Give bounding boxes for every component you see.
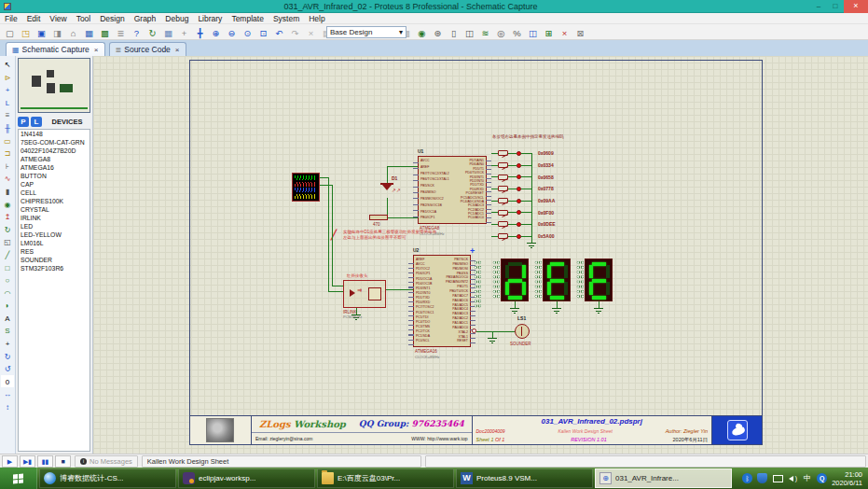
push-button[interactable] [498, 210, 508, 216]
device-list-item[interactable]: IRLINK [19, 214, 90, 222]
pan-icon[interactable]: ╋ [193, 25, 207, 39]
pcb-layout-icon[interactable]: ▩ [98, 25, 112, 39]
import-icon[interactable]: ◨ [50, 25, 64, 39]
push-button[interactable] [498, 175, 508, 180]
rotate-anticlockwise-icon[interactable]: ↺ [1, 362, 14, 375]
search-tag-icon[interactable]: ◎ [494, 25, 508, 39]
2d-path-mode-icon[interactable]: ◗ [1, 299, 14, 312]
zoom-in-icon[interactable]: ⊕ [209, 25, 223, 39]
network-icon[interactable] [772, 473, 782, 483]
2d-line-mode-icon[interactable]: ╱ [1, 248, 14, 261]
message-panel[interactable]: i No Messages [75, 455, 138, 468]
x-mirror-icon[interactable]: ↔ [1, 387, 14, 400]
taskbar-app-proteus[interactable]: 031_AVR_Infrare... [595, 468, 732, 488]
stop-button[interactable]: ■ [55, 455, 71, 468]
push-button[interactable] [498, 221, 508, 227]
design-explorer-icon[interactable]: ◫ [526, 25, 540, 39]
zoom-all-icon[interactable]: ⊙ [241, 25, 255, 39]
pause-button[interactable]: ▮▮ [37, 455, 53, 468]
waveform-graph[interactable] [292, 173, 320, 202]
push-button[interactable] [498, 186, 508, 191]
selection-mode-icon[interactable]: ↖ [1, 58, 14, 71]
seven-segment-display-3[interactable] [585, 258, 613, 301]
menu-item[interactable]: Template [227, 13, 269, 24]
qq-tray-icon[interactable]: Q [817, 473, 827, 483]
help-icon[interactable]: ? [130, 25, 144, 39]
push-button[interactable] [498, 150, 508, 156]
current-probe-mode-icon[interactable]: ↻ [1, 223, 14, 236]
tape-recorder-mode-icon[interactable]: ▮ [1, 185, 14, 198]
seven-segment-display-1[interactable] [501, 258, 529, 301]
menu-item[interactable]: Tool [72, 13, 96, 24]
voltage-probe-mode-icon[interactable]: ↥ [1, 210, 14, 223]
new-sheet-icon[interactable]: ⊞ [542, 25, 556, 39]
ir-button-row[interactable]: 0x0334 [491, 160, 556, 172]
buses-mode-icon[interactable]: ╫ [1, 121, 14, 134]
device-pins-mode-icon[interactable]: ⊦ [1, 160, 14, 173]
save-icon[interactable]: ▣ [34, 25, 48, 39]
taskbar-clock[interactable]: 21:00 2020/6/11 [832, 470, 862, 487]
ir-button-row[interactable]: 0x5A00 [491, 231, 556, 243]
zoom-out-icon[interactable]: ⊖ [225, 25, 239, 39]
text-script-mode-icon[interactable]: ≡ [1, 108, 14, 121]
device-list-item[interactable]: LED-YELLOW [19, 231, 90, 239]
tab-schematic-capture[interactable]: ▦ Schematic Capture × [6, 42, 105, 56]
junction-dot-mode-icon[interactable]: + [1, 83, 14, 96]
ir-button-row[interactable]: 0x0609 [491, 147, 556, 160]
remove-sheet-icon[interactable]: × [558, 25, 572, 39]
tab-source-code[interactable]: ≣ Source Code × [109, 42, 186, 56]
goto-sheet-icon[interactable]: ⊠ [573, 25, 587, 39]
ir-button-row[interactable]: 0x0F00 [491, 206, 556, 218]
push-button[interactable] [498, 162, 508, 168]
device-list-item[interactable]: LED [19, 222, 90, 231]
2d-arc-mode-icon[interactable]: ◠ [1, 286, 14, 300]
menu-item[interactable]: Edit [22, 13, 46, 24]
menu-item[interactable]: Debug [160, 13, 193, 24]
ir-button-row[interactable]: 0x09AA [491, 195, 556, 207]
redo-icon[interactable]: ↷ [288, 25, 302, 39]
virtual-instruments-mode-icon[interactable]: ◱ [1, 235, 14, 248]
design-selector[interactable]: Base Design▾ [326, 26, 406, 38]
cut-icon[interactable]: × [304, 25, 318, 39]
device-list-item[interactable]: ATMEGA16 [19, 163, 90, 172]
decompose-icon[interactable]: ◫ [462, 25, 476, 39]
property-assignment-icon[interactable]: % [510, 25, 524, 39]
pick-devices-button[interactable]: P [18, 117, 29, 127]
rotation-angle[interactable]: 0 [1, 375, 14, 388]
device-list-item[interactable]: 7SEG-COM-CAT-GRN [19, 138, 90, 147]
taskbar-app-browser[interactable]: 博睿数据统计-CS... [39, 468, 176, 488]
home-icon[interactable]: ⌂ [66, 25, 80, 39]
pick-parts-icon[interactable]: ◉ [415, 25, 429, 39]
device-list-item[interactable]: CHIPRES100K [19, 197, 90, 205]
wire-autorouter-icon[interactable]: ≋ [478, 25, 492, 39]
y-mirror-icon[interactable]: ↕ [1, 400, 14, 413]
schematic-canvas[interactable]: 各按钮右边是本例中指定要发送的编码 ╱ 实物电路中D1应换用三极管驱动红外发射管… [93, 56, 868, 454]
close-button[interactable]: × [844, 0, 868, 13]
2d-box-mode-icon[interactable]: □ [1, 261, 14, 274]
grid-icon[interactable]: ▦ [161, 25, 175, 39]
mcu-u2-atmega16[interactable]: AREFAVCCPD7/OC2PD6/ICP1PD5/OC1APD4/OC1BP… [413, 255, 471, 347]
2d-circle-mode-icon[interactable]: ○ [1, 273, 14, 286]
volume-icon[interactable] [787, 473, 797, 483]
schematic-capture-icon[interactable]: ▦ [82, 25, 96, 39]
ir-led-d1[interactable] [382, 185, 392, 190]
menu-item[interactable]: Design [95, 13, 129, 24]
component-mode-icon[interactable]: ⊳ [1, 71, 14, 84]
device-list-item[interactable]: SOUNDER [19, 256, 90, 264]
terminals-mode-icon[interactable]: ⊐ [1, 147, 14, 160]
security-shield-icon[interactable] [757, 473, 767, 483]
maximize-button[interactable]: □ [827, 1, 844, 12]
new-file-icon[interactable]: ▢ [3, 25, 17, 39]
2d-symbol-mode-icon[interactable]: S [1, 324, 14, 337]
zoom-area-icon[interactable]: ⊡ [256, 25, 270, 39]
taskbar-app-explorer[interactable]: E:\百度云盘03\Pr... [317, 468, 454, 488]
2d-text-mode-icon[interactable]: A [1, 312, 14, 325]
taskbar-app-word[interactable]: Proteus8.9 VSM... [456, 468, 593, 488]
sounder-ls1[interactable] [515, 324, 530, 339]
device-list-item[interactable]: BUTTON [19, 172, 90, 180]
graph-mode-icon[interactable]: ∿ [1, 172, 14, 185]
step-button[interactable]: ▶▮ [20, 455, 35, 468]
start-button[interactable] [0, 468, 37, 489]
menu-item[interactable]: System [269, 13, 304, 24]
menu-item[interactable]: Library [193, 13, 227, 24]
